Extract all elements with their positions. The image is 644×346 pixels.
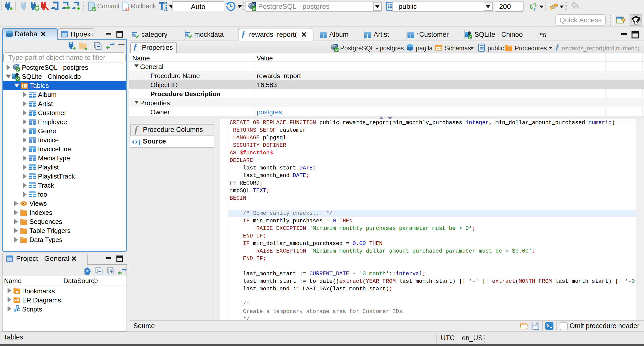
svg-text:f: f: [134, 125, 139, 134]
svg-text:T: T: [137, 138, 141, 147]
svg-text:f: f: [556, 43, 559, 51]
svg-text:f: f: [134, 43, 137, 51]
svg-text:f: f: [242, 30, 246, 38]
